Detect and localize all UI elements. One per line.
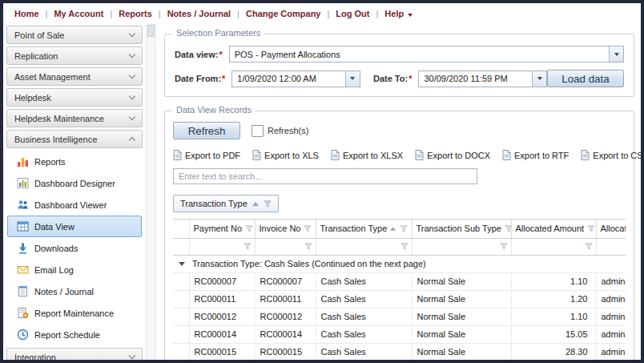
cell-invoice-no[interactable]: RC000014	[255, 325, 316, 343]
cell-transaction-type[interactable]: Cash Sales	[316, 272, 412, 290]
cell-payment-no[interactable]: RC000015	[189, 343, 255, 360]
filter-cell-transaction-sub-type[interactable]	[412, 238, 511, 255]
sidebar-item-reports[interactable]: Reports	[7, 151, 142, 172]
date-from-picker[interactable]: 1/09/2020 12:00 AM	[231, 71, 360, 87]
filter-icon[interactable]	[245, 225, 253, 232]
export-to-csv-button[interactable]: Export to CSV	[581, 150, 641, 160]
filter-icon[interactable]	[500, 243, 508, 250]
table-row[interactable]: RC000011 RC000011 Cash Sales Normal Sale…	[173, 290, 626, 308]
menu-item-help[interactable]: Help	[384, 9, 413, 18]
filter-cell-invoice-no[interactable]	[255, 238, 316, 255]
cell-invoice-no[interactable]: RC000012	[255, 308, 316, 325]
cell-transaction-sub-type[interactable]: Normal Sale	[412, 325, 511, 343]
cell-transaction-type[interactable]: Cash Sales	[316, 290, 412, 308]
sidebar-section-helpdesk[interactable]: Helpdesk	[6, 88, 143, 107]
dropdown-button[interactable]	[609, 46, 623, 62]
filter-icon[interactable]	[304, 243, 312, 250]
menu-item-notes-journal[interactable]: Notes / Journal	[167, 9, 231, 18]
column-header-invoice-no[interactable]: Invoice No	[255, 220, 316, 238]
column-header-allocated[interactable]: Allocated	[596, 220, 626, 238]
sidebar-section-point-of-sale[interactable]: Point of Sale	[6, 26, 143, 44]
cell-allocated-by[interactable]: admin	[596, 325, 626, 343]
filter-cell-payment-no[interactable]	[189, 238, 255, 255]
table-row[interactable]: RC000012 RC000012 Cash Sales Normal Sale…	[173, 308, 626, 325]
cell-transaction-type[interactable]: Cash Sales	[316, 343, 412, 360]
sidebar-item-notes-journal[interactable]: Notes / Journal	[7, 280, 142, 302]
cell-transaction-sub-type[interactable]: Normal Sale	[412, 308, 511, 325]
cell-transaction-type[interactable]: Cash Sales	[316, 308, 412, 325]
menu-item-log-out[interactable]: Log Out	[336, 9, 369, 18]
export-to-rtf-button[interactable]: Export to RTF	[502, 150, 569, 160]
menu-item-reports[interactable]: Reports	[119, 9, 152, 18]
export-to-xlsx-button[interactable]: Export to XLSX	[331, 150, 403, 160]
column-header-payment-no[interactable]: Payment No	[189, 220, 255, 238]
cell-allocated-by[interactable]: admin	[596, 308, 626, 325]
cell-allocated-amount[interactable]: 1.10	[511, 308, 596, 325]
grid-group-row[interactable]: Transaction Type: Cash Sales (Continued …	[173, 255, 626, 272]
sidebar-item-dashboard-viewer[interactable]: Dashboard Viewer	[7, 194, 142, 216]
sidebar-section-replication[interactable]: Replication	[6, 46, 143, 65]
cell-allocated-amount[interactable]: 15.05	[511, 325, 596, 343]
cell-transaction-sub-type[interactable]: Normal Sale	[412, 343, 511, 360]
sidebar-section-asset-management[interactable]: Asset Management	[6, 67, 143, 86]
filter-icon[interactable]	[264, 200, 272, 208]
column-header-allocated-amount[interactable]: Allocated Amount	[511, 220, 596, 238]
cell-payment-no[interactable]: RC000012	[189, 308, 255, 325]
cell-transaction-sub-type[interactable]: Normal Sale	[412, 290, 511, 308]
filter-icon[interactable]	[505, 225, 511, 232]
cell-invoice-no[interactable]: RC000011	[255, 290, 316, 308]
vertical-scrollbar[interactable]	[146, 23, 156, 360]
cell-transaction-type[interactable]: Cash Sales	[316, 325, 412, 343]
load-data-button[interactable]: Load data	[547, 70, 624, 87]
filter-icon[interactable]	[304, 225, 312, 232]
menu-item-home[interactable]: Home	[14, 9, 39, 18]
cell-transaction-sub-type[interactable]: Normal Sale	[412, 272, 511, 290]
dropdown-button[interactable]	[345, 71, 360, 87]
column-header-transaction-sub-type[interactable]: Transaction Sub Type	[412, 220, 511, 238]
cell-invoice-no[interactable]: RC000015	[255, 343, 316, 360]
cell-payment-no[interactable]: RC000014	[189, 325, 255, 343]
filter-cell-allocated[interactable]	[596, 238, 626, 255]
filter-cell-transaction-type[interactable]	[316, 238, 412, 255]
cell-invoice-no[interactable]: RC000007	[255, 272, 316, 290]
sidebar-section-business-intelligence[interactable]: Business Intelligence	[6, 130, 143, 148]
menu-item-my-account[interactable]: My Account	[54, 9, 103, 18]
sidebar-item-email-log[interactable]: Email Log	[7, 259, 142, 280]
sidebar-item-downloads[interactable]: Downloads	[7, 237, 142, 259]
cell-allocated-by[interactable]: admin	[596, 343, 626, 360]
filter-cell-allocated-amount[interactable]	[511, 238, 596, 255]
search-input[interactable]	[173, 168, 477, 184]
filter-icon[interactable]	[587, 225, 595, 232]
cell-allocated-amount[interactable]: 1.20	[511, 290, 596, 308]
menu-item-change-company[interactable]: Change Company	[246, 9, 321, 18]
sidebar-item-report-maintenance[interactable]: Report Maintenance	[7, 302, 142, 324]
cell-allocated-by[interactable]: admin	[596, 272, 626, 290]
sidebar-item-dashboard-designer[interactable]: Dashboard Designer	[7, 172, 142, 194]
sidebar-item-data-view[interactable]: Data View	[7, 216, 142, 237]
table-row[interactable]: RC000015 RC000015 Cash Sales Normal Sale…	[173, 343, 626, 360]
export-to-xls-button[interactable]: Export to XLS	[252, 150, 319, 160]
export-to-pdf-button[interactable]: Export to PDF	[173, 150, 240, 160]
table-row[interactable]: RC000007 RC000007 Cash Sales Normal Sale…	[173, 272, 626, 290]
collapse-group-icon[interactable]	[179, 262, 185, 266]
filter-icon[interactable]	[244, 243, 252, 250]
sidebar-section-integration[interactable]: Integration	[6, 348, 143, 360]
dropdown-button[interactable]	[532, 71, 546, 87]
cell-allocated-by[interactable]: admin	[596, 290, 626, 308]
filter-icon[interactable]	[400, 243, 409, 250]
scrollbar-thumb[interactable]	[147, 25, 155, 37]
sidebar-section-helpdesk-maintenance[interactable]: Helpdesk Maintenance	[6, 109, 143, 127]
filter-icon[interactable]	[585, 243, 593, 250]
export-to-docx-button[interactable]: Export to DOCX	[415, 150, 490, 160]
filter-icon[interactable]	[400, 225, 408, 232]
cell-payment-no[interactable]: RC000011	[189, 290, 255, 308]
group-chip-transaction-type[interactable]: Transaction Type	[173, 195, 279, 212]
refresh-button[interactable]: Refresh	[173, 122, 240, 139]
cell-allocated-amount[interactable]: 1.10	[511, 272, 596, 290]
table-row[interactable]: RC000014 RC000014 Cash Sales Normal Sale…	[173, 325, 626, 343]
cell-payment-no[interactable]: RC000007	[189, 272, 255, 290]
column-header-transaction-type[interactable]: Transaction Type	[316, 220, 412, 238]
cell-allocated-amount[interactable]: 28.30	[511, 343, 596, 360]
date-to-picker[interactable]: 30/09/2020 11:59 PM	[418, 71, 547, 87]
sidebar-item-report-schedule[interactable]: Report Schedule	[7, 324, 142, 345]
